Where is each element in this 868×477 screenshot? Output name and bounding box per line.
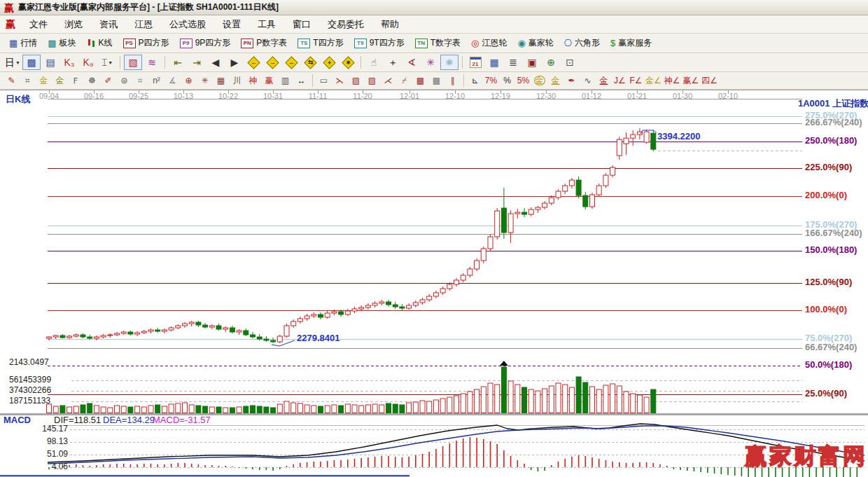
spiral-button[interactable]: ☸ [84,74,100,88]
t-number-table-button[interactable]: TNT数字表 [410,36,465,50]
fan-lines-button[interactable]: ⋋ [332,74,348,88]
menu-item-江恩[interactable]: 江恩 [126,17,161,32]
single-candle-button[interactable]: ⌶▼ [98,55,116,70]
angle-shen-button[interactable]: 神∠ [663,74,682,88]
gann-tool-button[interactable]: ✳ [421,55,440,70]
menu-item-公式选股[interactable]: 公式选股 [161,17,214,32]
p-number-table-button[interactable]: PNP数字表 [236,36,292,50]
nav-last-icon: ⇥ [192,57,201,67]
fan-box-button[interactable]: ▨ [348,74,364,88]
angle-si-button[interactable]: 四∠ [700,74,719,88]
percent-7-button[interactable]: 7% [483,74,499,88]
hexagon-button[interactable]: ⎔六角形 [559,36,605,50]
9t-square-button[interactable]: T99T四方形 [349,36,410,50]
grid-lines-button[interactable]: ⌗ [20,74,36,88]
zoom-expand-all-icon: ＋ [323,56,335,69]
menu-item-工具[interactable]: 工具 [249,17,284,32]
gold-grid-1-button[interactable]: 金 [36,74,52,88]
percent-5-button[interactable]: 5% [515,74,531,88]
nav-prev-button[interactable]: ◀ [206,55,225,70]
ratio-tool-button[interactable]: ⊾ [467,74,483,88]
angle-j-button[interactable]: J∠ [612,74,628,88]
zoom-right-button[interactable]: → [263,55,281,70]
angle-gold-button[interactable]: 金∠ [644,74,663,88]
menu-item-浏览[interactable]: 浏览 [56,17,91,32]
gold-red-line-button[interactable]: 金 [596,74,612,88]
dense-grid-2-button[interactable]: ▩ [428,74,444,88]
mini-kline-3-button[interactable]: K₃ [60,55,78,70]
web-export-button[interactable]: ⊕ [542,55,560,70]
gold-grid-2-button[interactable]: 金 [52,74,68,88]
nav-last-button[interactable]: ⇥ [188,55,206,70]
menu-item-交易委托[interactable]: 交易委托 [319,17,372,32]
brain-tool-button[interactable]: ⚛ [440,55,458,70]
crosshair-tool-button[interactable]: ＋ [384,55,402,70]
p-number-table-icon: PN [241,39,253,48]
square-web-button[interactable]: ▦ [213,74,229,88]
zoom-shrink-all-button[interactable]: ∗ [339,55,357,70]
spider-web-button[interactable]: ✳ [197,74,213,88]
period-daily-button[interactable]: 日▼ [4,55,22,70]
save-button[interactable]: ▣ [523,55,541,70]
mini-kline-9-button[interactable]: K₉ [79,55,97,70]
sectors-button[interactable]: ▩板块 [43,36,80,50]
zoom-h-shrink-button[interactable]: ⇆ [301,55,319,70]
p-square-button[interactable]: PSP四方形 [118,36,174,50]
draw-pen-button[interactable]: ✎ [4,74,20,88]
info-list-button[interactable]: ▤ [41,55,59,70]
nav-next-button[interactable]: ▶ [225,55,244,70]
circle-lines-button[interactable]: ⊜ [116,74,132,88]
crosshair-tool-icon: ＋ [388,57,398,67]
calculator-button[interactable]: ▦ [485,55,503,70]
wave-av-button[interactable]: ∿ [580,74,596,88]
chuan-lines-button[interactable]: 川 [229,74,245,88]
trend-chart-button[interactable]: ▧ [124,55,142,70]
t-square-button[interactable]: TST四方形 [293,36,348,50]
ruler-123-button[interactable]: ▥ [277,74,293,88]
menu-item-帮助[interactable]: 帮助 [372,17,407,32]
gold-circle-button[interactable]: 金 [531,74,547,88]
winner-wheel-button[interactable]: ◉赢家轮 [512,36,558,50]
circle-cross-button[interactable]: ⊕ [181,74,197,88]
box-tool-button[interactable]: ▭ [316,74,332,88]
angle-ying-button[interactable]: 赢∠ [682,74,701,88]
triple-slash-button[interactable]: ∥ [444,74,461,88]
period-daily-dropdown-icon: ▼ [15,60,20,65]
h-measure-button[interactable]: ↔ [293,74,309,88]
shen-grid-button[interactable]: 神 [245,74,261,88]
percent-button[interactable]: % [499,74,515,88]
menu-item-资讯[interactable]: 资讯 [91,17,126,32]
box-diagonal-button[interactable]: ▧ [364,74,380,88]
angle-lines-button[interactable]: ⋌ [380,74,396,88]
kline-layout-button[interactable]: ▩ [22,55,41,70]
hash-grid-button[interactable]: ⌗ [132,74,148,88]
angle-tool-button[interactable]: ∢ [402,55,421,70]
dense-grid-1-button[interactable]: ▩ [412,74,428,88]
f-grid-button[interactable]: Ｆ [68,74,84,88]
pen-2-button[interactable]: ✐ [100,74,116,88]
gold-line-button[interactable]: 金 [547,74,564,88]
print-button[interactable]: ⊡ [561,55,579,70]
menu-item-文件[interactable]: 文件 [21,17,56,32]
hand-tool-button[interactable]: ☝ [365,55,383,70]
zoom-h-expand-button[interactable]: ↔ [282,55,300,70]
color-trend-button[interactable]: ≋ [143,55,161,70]
n2-grid-button[interactable]: n² [148,74,164,88]
gann-wheel-button[interactable]: ◎江恩轮 [466,36,512,50]
nav-first-button[interactable]: ⇤ [169,55,187,70]
angle-f-button[interactable]: F∠ [628,74,644,88]
check-lines-button[interactable]: ⌿ [396,74,412,88]
kline-button[interactable]: K线 [82,36,118,50]
ying-grid-button[interactable]: 赢 [261,74,277,88]
notes-button[interactable]: ≣ [504,55,522,70]
pen-k-button[interactable]: ✒ [564,74,580,88]
menu-item-窗口[interactable]: 窗口 [284,17,319,32]
calendar-button[interactable]: 21 [466,55,484,70]
winner-service-button[interactable]: $赢家服务 [606,36,657,50]
zoom-left-button[interactable]: ← [244,55,262,70]
menu-item-设置[interactable]: 设置 [214,17,249,32]
quotes-button[interactable]: ▦行情 [4,36,42,50]
zoom-expand-all-button[interactable]: ＋ [320,55,338,70]
9p-square-button[interactable]: P99P四方形 [175,36,236,50]
angle-a-button[interactable]: ∡ [164,74,181,88]
